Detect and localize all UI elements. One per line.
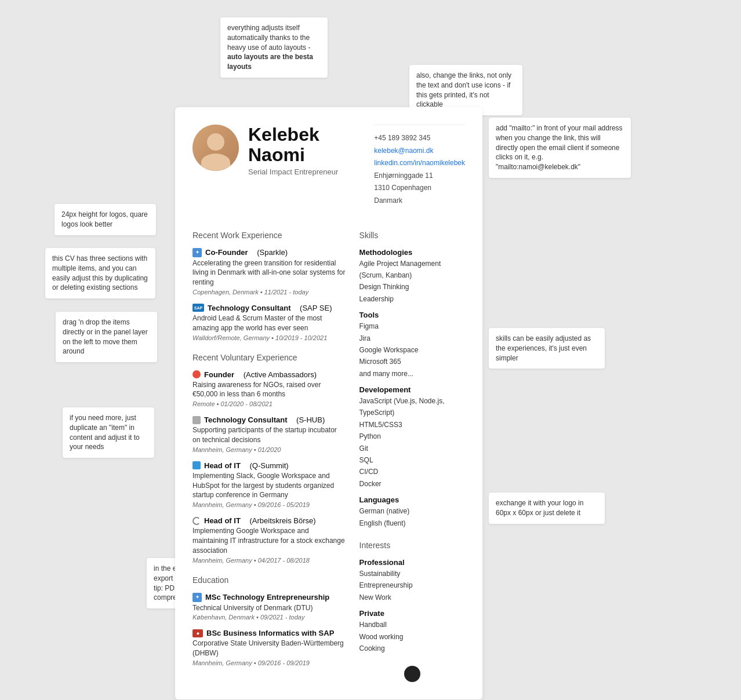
cv-contact: +45 189 3892 345 kelebek@naomi.dk linked… xyxy=(374,125,465,207)
work-item-cofounder-meta: Copenhagen, Denmark • 11/2021 - today xyxy=(192,289,346,296)
vol-item-shub: Technology Consultant (S-HUB) Supporting… xyxy=(192,415,346,453)
logo-circle xyxy=(404,666,420,682)
vol-item-founder: Founder (Active Ambassadors) Raising awa… xyxy=(192,370,346,408)
cv-email[interactable]: kelebek@naomi.dk xyxy=(374,145,465,158)
interest-group-private: Private HandballWood workingCooking xyxy=(359,609,465,654)
refresh-icon xyxy=(192,517,201,525)
red-dot-icon xyxy=(192,370,201,378)
work-item-cofounder-title: ✦ Co-Founder (Sparkle) xyxy=(192,248,346,257)
tooltip-auto-layout-text: everything adjusts itself automatically … xyxy=(227,24,313,71)
skill-dev-title: Developement xyxy=(359,385,465,394)
cv-name-photo: KelebekNaomi Serial Impact Entrepreneur xyxy=(192,125,338,207)
skill-group-dev: Developement JavaScript (Vue.js, Node.js… xyxy=(359,385,465,490)
cv-right-column: Skills Methodologies Agile Project Manag… xyxy=(359,231,465,683)
vol-item-shub-title: Technology Consultant (S-HUB) xyxy=(192,415,346,424)
cv-title: Serial Impact Entrepreneur xyxy=(248,167,338,176)
edu-item-bsc-meta: Mannheim, Germany • 09/2016 - 09/2019 xyxy=(192,659,346,666)
vol-item-boerse-title: Head of IT (Arbeitskreis Börse) xyxy=(192,516,346,525)
tooltip-mailto-text: add "mailto:" in front of your mail addr… xyxy=(496,124,623,171)
interest-private-list: HandballWood workingCooking xyxy=(359,619,465,654)
cv-full-name: KelebekNaomi xyxy=(248,125,338,165)
interests-section: Interests Professional SustainabilityEnt… xyxy=(359,541,465,654)
cv-body: Recent Work Experience ✦ Co-Founder (Spa… xyxy=(192,231,465,683)
vol-item-qsummit-meta: Mannheim, Germany • 09/2016 - 05/2019 xyxy=(192,501,346,508)
cv-header-section: KelebekNaomi Serial Impact Entrepreneur … xyxy=(192,125,465,221)
tooltip-auto-layout: everything adjusts itself automatically … xyxy=(220,17,328,78)
tooltip-links-text: also, change the links, not only the tex… xyxy=(416,71,511,108)
tooltip-drag: drag 'n drop the items directly or in th… xyxy=(56,312,157,362)
vol-item-founder-title: Founder (Active Ambassadors) xyxy=(192,370,346,379)
vol-item-boerse-meta: Mannheim, Germany • 04/2017 - 08/2018 xyxy=(192,557,346,564)
skill-group-methodologies: Methodologies Agile Project Management (… xyxy=(359,248,465,305)
tooltip-duplicate-text: if you need more, just duplicate an "ite… xyxy=(70,414,140,451)
skill-tools-list: FigmaJiraGoogle WorkspaceMicrosoft 365an… xyxy=(359,320,465,380)
cv-card: KelebekNaomi Serial Impact Entrepreneur … xyxy=(175,107,482,699)
interest-group-professional: Professional SustainabilityEntrepreneurs… xyxy=(359,558,465,603)
sparkle-icon: ✦ xyxy=(192,248,202,257)
work-experience-title: Recent Work Experience xyxy=(192,231,346,242)
cv-left-column: Recent Work Experience ✦ Co-Founder (Spa… xyxy=(192,231,346,683)
interests-title: Interests xyxy=(359,541,465,552)
skill-methodologies-list: Agile Project Management (Scrum, Kanban)… xyxy=(359,258,465,305)
skill-languages-list: German (native)English (fluent) xyxy=(359,505,465,529)
interest-professional-list: SustainabilityEntrepreneurshipNew Work xyxy=(359,568,465,603)
vol-item-shub-desc: Supporting participants of the startup i… xyxy=(192,425,346,445)
tooltip-logo-replace-text: exchange it with your logo in 60px x 60p… xyxy=(496,499,583,517)
work-experience-section: Recent Work Experience ✦ Co-Founder (Spa… xyxy=(192,231,346,341)
blue-sq-icon xyxy=(192,461,201,469)
voluntary-title: Recent Voluntary Experience xyxy=(192,353,346,364)
edu-item-bsc-title: ◆ BSc Business Informatics with SAP xyxy=(192,629,346,637)
dhbw-icon: ◆ xyxy=(192,629,203,637)
tooltip-drag-text: drag 'n drop the items directly or in th… xyxy=(63,318,148,355)
cv-address3: Danmark xyxy=(374,195,465,207)
tooltip-sections-text: this CV has three sections with multiple… xyxy=(52,254,148,291)
edu-item-msc-org: Technical University of Denmark (DTU) xyxy=(192,603,346,613)
edu-item-msc: ✦ MSc Technology Entrepreneurship Techni… xyxy=(192,593,346,621)
tooltip-mailto: add "mailto:" in front of your mail addr… xyxy=(489,118,631,178)
tooltip-skills: skills can be easily adjusted as the exp… xyxy=(489,328,605,369)
education-title: Education xyxy=(192,575,346,587)
skills-title: Skills xyxy=(359,231,465,242)
voluntary-section: Recent Voluntary Experience Founder (Act… xyxy=(192,353,346,564)
education-section: Education ✦ MSc Technology Entrepreneurs… xyxy=(192,575,346,666)
work-item-sap-desc: Android Lead & Scrum Master of the most … xyxy=(192,313,346,333)
edu-item-msc-meta: København, Denmark • 09/2021 - today xyxy=(192,614,346,621)
work-item-cofounder-desc: Accelerating the green transition for re… xyxy=(192,258,346,287)
skill-methodologies-title: Methodologies xyxy=(359,248,465,257)
vol-item-qsummit: Head of IT (Q-Summit) Implementing Slack… xyxy=(192,461,346,508)
vol-item-founder-desc: Raising awareness for NGOs, raised over … xyxy=(192,380,346,400)
skills-section: Skills Methodologies Agile Project Manag… xyxy=(359,231,465,529)
vol-item-qsummit-desc: Implementing Slack, Google Workspace and… xyxy=(192,471,346,500)
cv-address2: 1310 Copenhagen xyxy=(374,182,465,195)
tooltip-skills-text: skills can be easily adjusted as the exp… xyxy=(496,334,591,362)
vol-item-founder-meta: Remote • 01/2020 - 08/2021 xyxy=(192,400,346,407)
tooltip-sections: this CV has three sections with multiple… xyxy=(45,248,155,298)
edu-item-msc-title: ✦ MSc Technology Entrepreneurship xyxy=(192,593,346,602)
tooltip-logo-replace: exchange it with your logo in 60px x 60p… xyxy=(489,493,605,524)
avatar xyxy=(192,125,239,171)
skill-group-tools: Tools FigmaJiraGoogle WorkspaceMicrosoft… xyxy=(359,311,465,380)
sparkle2-icon: ✦ xyxy=(192,593,202,602)
vol-item-boerse: Head of IT (Arbeitskreis Börse) Implemen… xyxy=(192,516,346,563)
cv-linkedin[interactable]: linkedin.com/in/naomikelebek xyxy=(374,157,465,170)
cv-phone: +45 189 3892 345 xyxy=(374,132,465,145)
sap-icon: SAP xyxy=(192,304,204,312)
skill-group-languages: Languages German (native)English (fluent… xyxy=(359,495,465,529)
skill-languages-title: Languages xyxy=(359,495,465,504)
cv-address1: Enhjørninggade 11 xyxy=(374,170,465,183)
tooltip-duplicate: if you need more, just duplicate an "ite… xyxy=(63,407,154,458)
work-item-cofounder: ✦ Co-Founder (Sparkle) Accelerating the … xyxy=(192,248,346,296)
interest-professional-title: Professional xyxy=(359,558,465,567)
work-item-sap-title: SAP Technology Consultant (SAP SE) xyxy=(192,304,346,312)
work-item-sap: SAP Technology Consultant (SAP SE) Andro… xyxy=(192,304,346,341)
vol-item-qsummit-title: Head of IT (Q-Summit) xyxy=(192,461,346,470)
edu-item-bsc: ◆ BSc Business Informatics with SAP Corp… xyxy=(192,629,346,666)
skill-tools-title: Tools xyxy=(359,311,465,319)
skill-dev-list: JavaScript (Vue.js, Node.js, TypeScript)… xyxy=(359,395,465,490)
interest-private-title: Private xyxy=(359,609,465,618)
cv-name-area: KelebekNaomi Serial Impact Entrepreneur xyxy=(248,125,338,176)
tooltip-logos: 24px height for logos, quare logos look … xyxy=(55,204,156,235)
edu-item-bsc-org: Corporative State University Baden-Württ… xyxy=(192,639,346,658)
vol-item-shub-meta: Mannheim, Germany • 01/2020 xyxy=(192,446,346,453)
work-item-sap-meta: Walldorf/Remote, Germany • 10/2019 - 10/… xyxy=(192,334,346,341)
